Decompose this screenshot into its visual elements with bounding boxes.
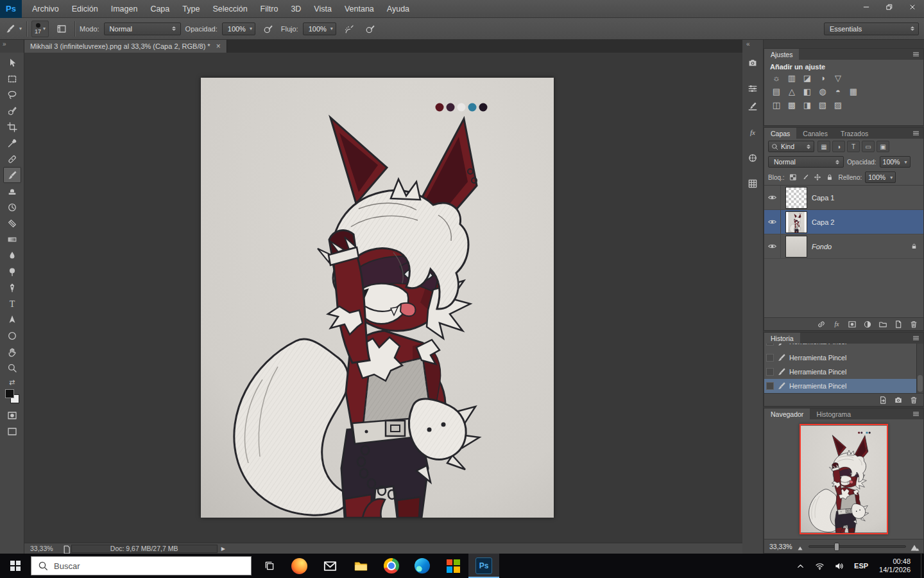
layer-fill-input[interactable]: 100% ▾	[865, 171, 896, 183]
menu-imagen[interactable]: Imagen	[105, 0, 144, 18]
scrollbar-thumb[interactable]	[918, 375, 923, 392]
document-tab[interactable]: Mikhail 3 (infiniteluvrexe).png al 33,3%…	[24, 40, 227, 53]
layer-style-button[interactable]: fx	[830, 319, 843, 329]
gradient-map-adjustment-icon[interactable]: ▨	[830, 98, 846, 112]
layer-name[interactable]: Capa 2	[812, 218, 834, 226]
search-input[interactable]	[54, 561, 244, 571]
delete-state-button[interactable]	[907, 395, 920, 405]
menu-filtro[interactable]: Filtro	[254, 0, 285, 18]
new-adjustment-layer-button[interactable]	[860, 319, 874, 329]
smart-object-filter-button[interactable]: ▣	[877, 141, 889, 152]
clone-stamp-tool[interactable]	[3, 183, 21, 199]
history-state-row[interactable]: Herramienta Pincel	[764, 365, 923, 379]
lock-all-button[interactable]	[825, 172, 835, 182]
selective-color-adjustment-icon[interactable]: ▧	[815, 98, 830, 112]
navigator-zoom-slider[interactable]	[809, 545, 906, 548]
tab-historia[interactable]: Historia	[764, 333, 800, 344]
shape-filter-button[interactable]: ▭	[862, 141, 875, 152]
airbrush-button[interactable]	[341, 21, 357, 37]
dodge-tool[interactable]	[3, 263, 21, 279]
foreground-color-swatch[interactable]	[5, 389, 14, 398]
layer-thumbnail[interactable]	[785, 187, 807, 209]
layer-visibility-eye-icon[interactable]	[764, 234, 781, 259]
quick-mask-button[interactable]	[3, 407, 21, 423]
history-source-checkbox[interactable]	[766, 354, 774, 362]
volume-icon[interactable]	[830, 554, 847, 578]
zoom-out-mountain-icon[interactable]	[796, 542, 805, 550]
color-balance-adjustment-icon[interactable]: △	[784, 85, 800, 98]
hand-tool[interactable]	[3, 344, 21, 360]
crop-tool[interactable]	[3, 119, 21, 135]
language-indicator[interactable]: ESP	[850, 562, 873, 570]
adjustment-filter-button[interactable]: ◑	[832, 141, 845, 152]
photoshop-logo-icon[interactable]: Ps	[0, 0, 22, 18]
history-source-checkbox[interactable]	[766, 344, 774, 346]
layer-row[interactable]: Capa 1	[764, 186, 923, 210]
menu-type[interactable]: Type	[176, 0, 206, 18]
swap-colors-icon[interactable]: ⇄	[9, 378, 15, 387]
type-filter-button[interactable]: T	[847, 141, 860, 152]
panel-menu-icon[interactable]	[912, 408, 923, 419]
lock-position-button[interactable]	[812, 172, 823, 182]
panel-menu-icon[interactable]	[912, 128, 923, 139]
canvas-area[interactable]	[24, 53, 742, 543]
new-document-from-state-button[interactable]	[876, 395, 889, 405]
pressure-size-button[interactable]	[362, 21, 379, 37]
brush-tool[interactable]	[3, 167, 21, 183]
move-tool[interactable]	[3, 55, 21, 71]
brush-settings-panel-icon[interactable]	[742, 98, 763, 116]
pixel-filter-button[interactable]: ▦	[817, 141, 830, 152]
brush-size-picker[interactable]: 17 ▾	[31, 21, 49, 37]
navigator-zoom-value[interactable]: 33,33%	[769, 543, 792, 550]
spot-healing-brush-tool[interactable]	[3, 151, 21, 167]
add-mask-button[interactable]	[845, 319, 859, 329]
type-tool[interactable]: T	[3, 295, 21, 311]
color-sliders-panel-icon[interactable]	[742, 80, 763, 98]
workspace-dropdown[interactable]: Essentials	[824, 22, 919, 35]
brightness-contrast-adjustment-icon[interactable]: ☼	[769, 71, 784, 85]
layer-blend-mode-dropdown[interactable]: Normal	[768, 156, 844, 168]
close-button[interactable]	[901, 0, 924, 14]
tray-chevron-up-icon[interactable]	[792, 554, 809, 578]
menu-seleccin[interactable]: Selección	[206, 0, 253, 18]
clock[interactable]: 00:48 14/1/2026	[875, 557, 918, 574]
curves-adjustment-icon[interactable]: ◪	[800, 71, 815, 85]
taskbar-app-photoshop[interactable]: Ps	[468, 554, 499, 578]
menu-edicin[interactable]: Edición	[65, 0, 105, 18]
new-snapshot-button[interactable]	[891, 395, 905, 405]
layer-name[interactable]: Fondo	[812, 243, 832, 250]
show-desktop-button[interactable]	[921, 554, 924, 578]
layer-opacity-input[interactable]: 100% ▾	[880, 156, 911, 168]
new-group-button[interactable]	[876, 319, 889, 329]
levels-adjustment-icon[interactable]: ▥	[784, 71, 800, 85]
swatches-grid-panel-icon[interactable]	[742, 175, 763, 193]
minimize-button[interactable]	[855, 0, 878, 14]
layer-name[interactable]: Capa 1	[812, 194, 834, 202]
eraser-tool[interactable]	[3, 215, 21, 231]
zoom-in-mountain-icon[interactable]	[910, 542, 918, 550]
history-state-row[interactable]: Herramienta Pincel	[764, 344, 923, 351]
zoom-tool[interactable]	[3, 360, 21, 376]
invert-adjustment-icon[interactable]: ◫	[769, 98, 784, 112]
layer-thumbnail[interactable]	[785, 236, 807, 258]
menu-3d[interactable]: 3D	[284, 0, 307, 18]
menu-ventana[interactable]: Ventana	[338, 0, 381, 18]
gradient-tool[interactable]	[3, 231, 21, 247]
menu-vista[interactable]: Vista	[307, 0, 338, 18]
threshold-adjustment-icon[interactable]: ◨	[800, 98, 815, 112]
color-swatches[interactable]	[5, 389, 19, 403]
taskbar-app-edge[interactable]	[407, 554, 438, 578]
rectangular-marquee-tool[interactable]	[3, 71, 21, 87]
taskbar-search-box[interactable]	[31, 556, 252, 575]
exposure-adjustment-icon[interactable]: ◑	[815, 71, 830, 85]
taskbar-app-mail[interactable]	[314, 554, 345, 578]
menu-archivo[interactable]: Archivo	[26, 0, 65, 18]
blur-tool[interactable]	[3, 247, 21, 263]
black-and-white-adjustment-icon[interactable]: ◧	[800, 85, 815, 98]
posterize-adjustment-icon[interactable]: ▩	[784, 98, 800, 112]
navigator-proxy-view[interactable]	[800, 424, 888, 534]
tab-trazados[interactable]: Trazados	[834, 128, 875, 139]
tab-ajustes[interactable]: Ajustes	[764, 49, 799, 60]
canvas-artwork[interactable]	[201, 78, 554, 518]
taskbar-app-chrome[interactable]	[376, 554, 407, 578]
